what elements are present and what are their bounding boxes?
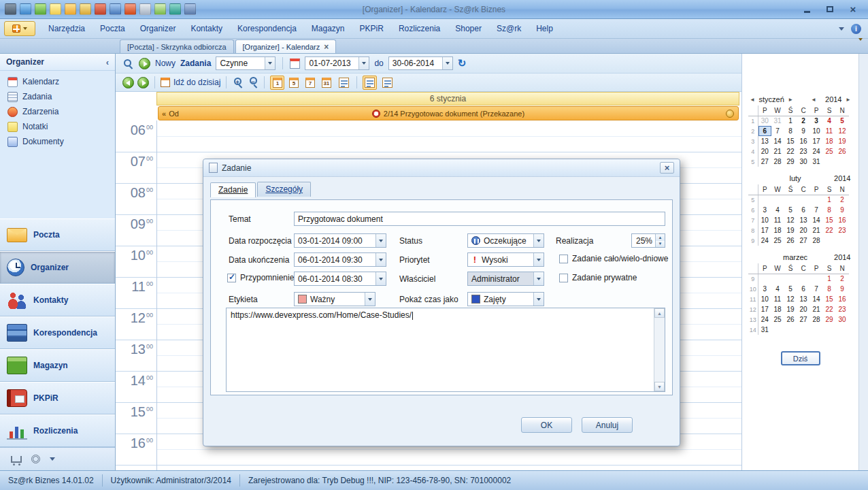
sidebar-item-dokumenty[interactable]: Dokumenty (0, 134, 115, 149)
day-cell[interactable]: 22 (823, 225, 836, 235)
day-cell[interactable]: 9 (836, 205, 849, 215)
day-cell[interactable]: 13 (758, 136, 771, 146)
document-tab[interactable]: [Organizer] - Kalendarz (235, 39, 337, 53)
zoom-out-icon[interactable] (247, 77, 258, 88)
mail-icon[interactable] (65, 3, 76, 15)
minimize-button[interactable] (799, 3, 815, 16)
day-cell[interactable]: 18 (771, 304, 784, 314)
agenda-view-button[interactable] (380, 76, 395, 90)
gantt-view-button[interactable] (363, 76, 377, 90)
spin-up-icon[interactable] (656, 234, 665, 241)
day-cell[interactable]: 24 (758, 235, 771, 246)
ribbon-tab-rozliczenia[interactable]: Rozliczenia (391, 19, 448, 38)
spin-down-icon[interactable] (656, 241, 665, 248)
day-cell[interactable]: 15 (784, 136, 797, 146)
day-cell[interactable]: 4 (771, 284, 784, 294)
day-cell[interactable]: 7 (771, 126, 784, 136)
day-cell[interactable]: 3 (810, 116, 823, 126)
day-cell[interactable]: 19 (836, 136, 849, 146)
day-cell[interactable]: 6 (797, 205, 810, 215)
day-cell[interactable]: 13 (797, 294, 810, 304)
ribbon-tab-pkpir[interactable]: PKPiR (352, 19, 391, 38)
day-cell[interactable]: 15 (823, 215, 836, 225)
day-cell[interactable]: 28 (771, 157, 784, 167)
day-cell[interactable]: 5 (836, 116, 849, 126)
day-cell[interactable]: 16 (836, 215, 849, 225)
tasks-icon[interactable] (154, 3, 166, 15)
day-cell[interactable]: 30 (797, 157, 810, 167)
ok-button[interactable]: OK (521, 417, 572, 433)
day-cell[interactable]: 27 (758, 157, 771, 167)
day-cell[interactable]: 16 (797, 136, 810, 146)
nav-button-poczta[interactable]: Poczta (0, 218, 115, 251)
day-cell[interactable]: 8 (784, 126, 797, 136)
go-icon[interactable] (139, 58, 150, 69)
prev-month-icon[interactable] (748, 97, 757, 103)
scroll-up-icon[interactable] (654, 308, 665, 318)
day-cell[interactable]: 10 (810, 126, 823, 136)
day-cell[interactable]: 28 (810, 235, 823, 246)
day-cell[interactable]: 21 (810, 225, 823, 235)
showtime-combo[interactable]: Zajęty (467, 292, 544, 306)
day-cell[interactable]: 9 (797, 126, 810, 136)
view-1-button[interactable]: 1 (270, 76, 284, 90)
day-cell[interactable]: 31 (758, 325, 771, 335)
ribbon-tab-magazyn[interactable]: Magazyn (304, 19, 352, 38)
day-cell[interactable]: 14 (771, 136, 784, 146)
day-cell[interactable]: 6 (758, 126, 771, 136)
note-icon[interactable] (50, 3, 61, 15)
day-cell[interactable]: 7 (810, 205, 823, 215)
day-cell[interactable]: 29 (823, 314, 836, 325)
collapse-ribbon-icon[interactable] (839, 27, 844, 31)
day-cell[interactable]: 6 (797, 284, 810, 294)
previous-day-button[interactable] (122, 77, 134, 88)
day-cell[interactable]: 2 (836, 195, 849, 205)
day-cell[interactable]: 20 (797, 225, 810, 235)
private-checkbox[interactable]: Zadanie prywatne (559, 273, 637, 282)
day-cell[interactable]: 7 (810, 284, 823, 294)
day-cell[interactable]: 27 (797, 314, 810, 325)
calculator-icon[interactable] (5, 3, 16, 15)
nav-button-rozliczenia[interactable]: Rozliczenia (0, 414, 115, 447)
dropdown-button[interactable] (375, 234, 386, 247)
ribbon-tab-shoper[interactable]: Shoper (448, 19, 489, 38)
nav-button-organizer[interactable]: Organizer (0, 251, 115, 284)
day-cell[interactable]: 18 (771, 225, 784, 235)
day-cell[interactable]: 27 (797, 235, 810, 246)
ribbon-tab-korespondencja[interactable]: Korespondencja (230, 19, 304, 38)
day-cell[interactable]: 22 (823, 304, 836, 314)
zoom-in-icon[interactable] (232, 77, 244, 88)
application-icon[interactable] (124, 3, 136, 15)
day-cell[interactable]: 22 (784, 146, 797, 157)
day-cell[interactable]: 12 (836, 126, 849, 136)
day-cell[interactable]: 3 (758, 205, 771, 215)
day-cell[interactable]: 21 (771, 146, 784, 157)
application-menu-button[interactable] (4, 21, 35, 36)
day-cell[interactable]: 18 (823, 136, 836, 146)
next-month-icon[interactable] (786, 97, 795, 103)
view-5-button[interactable]: 5 (286, 76, 301, 90)
chevron-down-icon[interactable] (50, 457, 55, 461)
temat-input[interactable]: Przygotowac dokument (294, 212, 665, 226)
chart-icon[interactable] (35, 3, 46, 15)
dialog-tab-szczegóły[interactable]: Szczegóły (257, 182, 311, 197)
table-icon[interactable] (184, 3, 196, 15)
day-cell[interactable]: 17 (810, 136, 823, 146)
day-cell[interactable]: 23 (836, 225, 849, 235)
progress-spinner[interactable]: 25% (631, 233, 665, 248)
start-date-editor[interactable]: 03-01-2014 09:00 (294, 233, 386, 248)
day-cell[interactable]: 24 (810, 146, 823, 157)
day-cell[interactable]: 30 (758, 116, 771, 126)
end-date-editor[interactable]: 06-01-2014 09:30 (294, 252, 386, 267)
scroll-down-icon[interactable] (654, 382, 665, 391)
day-cell[interactable]: 1 (823, 274, 836, 284)
today-button[interactable]: Dziś (781, 351, 820, 365)
all-day-event[interactable]: Od 2/14 Przygotowac dokument (Przekazane… (158, 106, 739, 120)
day-cell[interactable]: 14 (810, 294, 823, 304)
close-button[interactable] (845, 3, 861, 16)
tab-list-dropdown[interactable] (858, 41, 868, 53)
notes-scrollbar[interactable] (654, 308, 665, 391)
dropdown-button[interactable] (358, 57, 369, 69)
sidebar-item-zdarzenia[interactable]: Zdarzenia (0, 104, 115, 119)
date-to-editor[interactable]: 30-06-2014 (388, 56, 453, 70)
